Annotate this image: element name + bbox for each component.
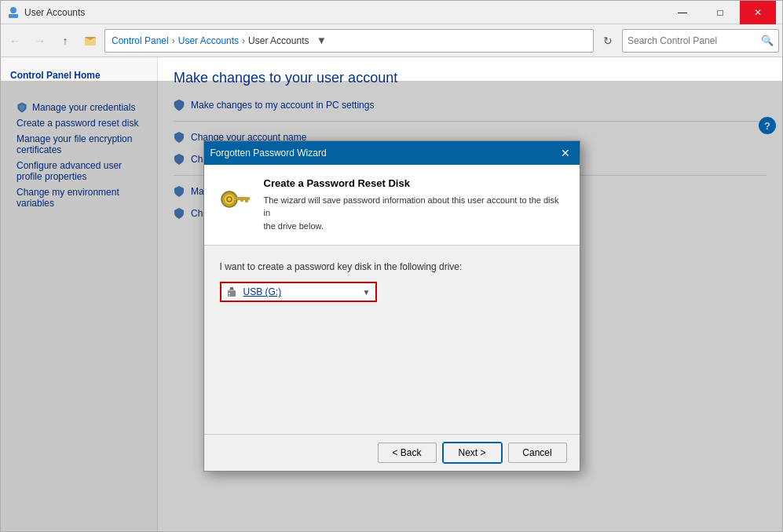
svg-point-6	[225, 195, 234, 204]
dialog-header-section: Create a Password Reset Disk The wizard …	[204, 165, 580, 246]
svg-rect-9	[245, 197, 248, 202]
breadcrumb-sep-1: ›	[172, 35, 175, 46]
wizard-icon	[217, 177, 254, 215]
location-icon	[79, 30, 101, 52]
search-bar: 🔍	[622, 29, 779, 53]
forgotten-password-dialog: Forgotten Password Wizard ✕	[203, 140, 580, 472]
window-title: User Accounts	[24, 7, 664, 18]
back-button[interactable]: < Back	[378, 443, 437, 463]
up-button[interactable]: ↑	[54, 30, 76, 52]
breadcrumb-dropdown[interactable]: ▼	[313, 31, 329, 51]
breadcrumb-bar: Control Panel › User Accounts › User Acc…	[104, 29, 594, 53]
address-bar: ← → ↑ Control Panel › User Accounts › Us…	[1, 24, 782, 57]
svg-rect-10	[240, 197, 243, 202]
breadcrumb-control-panel[interactable]: Control Panel	[112, 35, 169, 46]
svg-rect-15	[229, 295, 230, 296]
cancel-button[interactable]: Cancel	[508, 443, 567, 463]
dropdown-arrow-icon: ▼	[363, 288, 371, 297]
svg-rect-14	[229, 293, 230, 294]
svg-point-0	[10, 7, 16, 13]
breadcrumb-sep-2: ›	[242, 35, 245, 46]
dialog-header-text: Create a Password Reset Disk The wizard …	[264, 177, 564, 233]
close-button[interactable]: ✕	[740, 1, 776, 24]
dialog-close-button[interactable]: ✕	[558, 145, 573, 161]
minimize-button[interactable]: —	[664, 1, 701, 24]
window-icon	[7, 6, 20, 19]
window-controls: — □ ✕	[664, 1, 776, 24]
svg-rect-13	[230, 287, 233, 290]
svg-rect-1	[9, 14, 18, 18]
drive-label: I want to create a password key disk in …	[220, 261, 564, 272]
dialog-title: Forgotten Password Wizard	[210, 148, 327, 159]
refresh-button[interactable]: ↻	[597, 29, 619, 53]
drive-dropdown[interactable]: USB (G:) ▼	[220, 282, 377, 302]
breadcrumb-current: User Accounts	[248, 35, 309, 46]
title-bar: User Accounts — □ ✕	[1, 1, 782, 24]
dialog-step-desc: The wizard will save password informatio…	[264, 194, 564, 233]
forward-button[interactable]: →	[29, 30, 51, 52]
back-button[interactable]: ←	[4, 30, 26, 52]
next-button[interactable]: Next >	[443, 443, 502, 463]
usb-drive-icon	[226, 286, 239, 298]
dialog-titlebar: Forgotten Password Wizard ✕	[204, 141, 580, 165]
maximize-button[interactable]: □	[702, 1, 738, 24]
dialog-body: Create a Password Reset Disk The wizard …	[204, 165, 580, 472]
drive-option-text: USB (G:)	[243, 286, 358, 297]
breadcrumb-user-accounts-1[interactable]: User Accounts	[178, 35, 239, 46]
content-area: Control Panel Home Manage your credentia…	[1, 57, 782, 531]
search-icon: 🔍	[761, 35, 774, 46]
dialog-overlay: Forgotten Password Wizard ✕	[1, 81, 782, 531]
dialog-step-title: Create a Password Reset Disk	[264, 177, 564, 189]
main-window: User Accounts — □ ✕ ← → ↑ Control Panel …	[0, 0, 783, 532]
dialog-content: I want to create a password key disk in …	[204, 246, 580, 434]
search-input[interactable]	[627, 35, 758, 46]
dialog-footer: < Back Next > Cancel	[204, 434, 580, 471]
